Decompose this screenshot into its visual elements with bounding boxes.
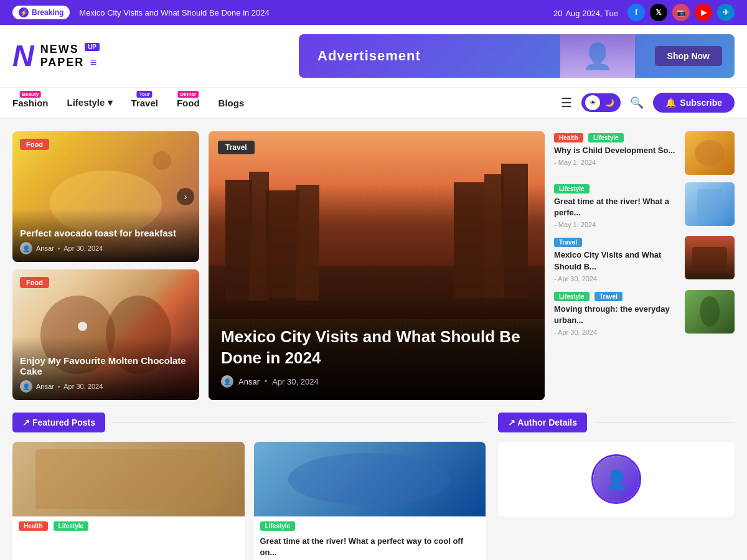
bolt-icon: ⚡ bbox=[19, 7, 29, 17]
featured-header-line bbox=[113, 422, 486, 423]
food-card-2[interactable]: Food Enjoy My Favourite Molten Chocolate… bbox=[12, 269, 199, 400]
shop-now-button[interactable]: Shop Now bbox=[655, 46, 722, 66]
next-arrow-1[interactable]: › bbox=[177, 188, 194, 205]
right-article-4[interactable]: Lifestyle Travel Moving through: the eve… bbox=[554, 290, 735, 336]
date-display: 20 Aug 2024, Tue bbox=[553, 6, 618, 19]
center-title: Mexico City Visits and What Should Be Do… bbox=[221, 327, 532, 369]
nav-item-lifestyle[interactable]: Lifestyle ▾ bbox=[67, 88, 113, 118]
featured-posts-button[interactable]: ↗ Featured Posts bbox=[12, 413, 105, 432]
search-icon[interactable]: 🔍 bbox=[630, 96, 644, 110]
nav-item-food[interactable]: Dinner Food bbox=[177, 88, 200, 118]
article-2-title: Great time at the river! What a perfe... bbox=[554, 196, 679, 218]
food-tag-1: Food bbox=[20, 139, 49, 150]
nav-blogs-label: Blogs bbox=[218, 98, 245, 108]
ad-person-image: 👤 bbox=[560, 34, 635, 78]
logo-paper-line: PAPER ≡ bbox=[40, 56, 100, 69]
lifestyle-tag-2: Lifestyle bbox=[554, 184, 590, 194]
nav-right: ☰ ☀ 🌙 🔍 🔔 Subscribe bbox=[561, 93, 735, 113]
ad-person-visual: 👤 bbox=[560, 34, 635, 78]
featured-header: ↗ Featured Posts bbox=[12, 413, 486, 432]
card-1-author: Ansar bbox=[36, 245, 54, 252]
nav-item-fashion[interactable]: Beauty Fashion bbox=[12, 88, 49, 118]
travel-tag-4: Travel bbox=[594, 292, 622, 301]
author-section: ↗ Author Details 👤 bbox=[498, 413, 735, 560]
featured-grid: Health Lifestyle Lifestyle Great time at… bbox=[12, 442, 486, 560]
article-1-date: - May 1, 2024 bbox=[554, 159, 679, 166]
logo-news-line: NEWS UP bbox=[40, 43, 100, 56]
social-icons: f 𝕏 📷 ▶ ✈ bbox=[627, 4, 735, 21]
nav-item-blogs[interactable]: Blogs bbox=[218, 88, 245, 118]
sun-icon[interactable]: ☀ bbox=[585, 95, 600, 110]
card-2-meta: 👤 Ansar • Apr 30, 2024 bbox=[20, 380, 192, 393]
right-article-1[interactable]: Health Lifestyle Why is Child Developmen… bbox=[554, 131, 735, 175]
center-date: Apr 30, 2024 bbox=[272, 377, 318, 386]
center-meta: 👤 Ansar • Apr 30, 2024 bbox=[221, 375, 532, 388]
hamburger-icon[interactable]: ☰ bbox=[561, 95, 572, 110]
featured-image-1 bbox=[12, 442, 245, 516]
featured-card-1[interactable]: Health Lifestyle bbox=[12, 442, 245, 560]
instagram-icon[interactable]: 📷 bbox=[672, 4, 690, 21]
right-article-3[interactable]: Travel Mexico City Visits and What Shoul… bbox=[554, 236, 735, 282]
card-1-avatar: 👤 bbox=[20, 242, 32, 254]
article-1-tags: Health Lifestyle bbox=[554, 131, 679, 145]
logo-lines-icon: ≡ bbox=[90, 56, 97, 68]
top-bar: ⚡ Breaking Mexico City Visits and What S… bbox=[0, 0, 747, 25]
telegram-icon[interactable]: ✈ bbox=[717, 4, 735, 21]
article-4-date: - Apr 30, 2024 bbox=[554, 329, 679, 336]
article-4-title: Moving through: the everyday urban... bbox=[554, 304, 679, 326]
card-2-date: Apr 30, 2024 bbox=[63, 383, 103, 390]
center-column[interactable]: Travel Mexico City Visits and What Shoul… bbox=[209, 131, 545, 400]
logo-up-badge: UP bbox=[85, 43, 100, 51]
card-2-title: Enjoy My Favourite Molten Chocolate Cake bbox=[20, 355, 192, 376]
subscribe-button[interactable]: 🔔 Subscribe bbox=[653, 93, 735, 113]
youtube-icon[interactable]: ▶ bbox=[695, 4, 712, 21]
subscribe-icon: 🔔 bbox=[665, 98, 676, 108]
logo-text: NEWS UP PAPER ≡ bbox=[40, 43, 100, 69]
nav-fashion-label: Fashion bbox=[12, 98, 49, 108]
main-content: Food › Perfect avocado toast for breakfa… bbox=[0, 119, 747, 413]
featured-card-2[interactable]: Lifestyle Great time at the river! What … bbox=[254, 442, 486, 560]
ad-text: Advertisement bbox=[317, 48, 421, 64]
moon-icon[interactable]: 🌙 bbox=[602, 95, 617, 110]
nav-travel-label: Travel bbox=[131, 98, 158, 108]
food-card-1[interactable]: Food › Perfect avocado toast for breakfa… bbox=[12, 131, 199, 262]
lifestyle-tag: Lifestyle bbox=[588, 133, 624, 142]
author-details-button[interactable]: ↗ Author Details bbox=[498, 413, 587, 432]
theme-toggle[interactable]: ☀ 🌙 bbox=[581, 93, 621, 112]
card-2-avatar: 👤 bbox=[20, 380, 32, 393]
author-header-line bbox=[594, 422, 735, 423]
bottom-sections: ↗ Featured Posts Health Lifestyle bbox=[0, 413, 747, 560]
date-day: 20 bbox=[553, 9, 562, 18]
facebook-icon[interactable]: f bbox=[627, 4, 645, 21]
card-1-title: Perfect avocado toast for breakfast bbox=[20, 228, 192, 238]
top-bar-right: 20 Aug 2024, Tue f 𝕏 📷 ▶ ✈ bbox=[553, 4, 735, 21]
nav-item-travel[interactable]: Tour Travel bbox=[131, 88, 158, 118]
article-3-tags: Travel bbox=[554, 236, 679, 250]
article-3-title: Mexico City Visits and What Should B... bbox=[554, 250, 679, 272]
logo-n-letter: N bbox=[12, 41, 34, 71]
navigation: Beauty Fashion Lifestyle ▾ Tour Travel D… bbox=[0, 88, 747, 119]
author-avatar: 👤 bbox=[591, 454, 641, 504]
right-column: Health Lifestyle Why is Child Developmen… bbox=[554, 131, 735, 400]
featured-section: ↗ Featured Posts Health Lifestyle bbox=[12, 413, 486, 560]
article-3-date: - Apr 30, 2024 bbox=[554, 275, 679, 282]
card-2-overlay: Enjoy My Favourite Molten Chocolate Cake… bbox=[12, 337, 199, 400]
logo-news-word: NEWS bbox=[40, 43, 79, 55]
featured-card-1-tags: Health Lifestyle bbox=[12, 516, 245, 536]
article-4-image bbox=[685, 290, 735, 334]
featured-card-2-title: Great time at the river! What a perfect … bbox=[254, 536, 486, 560]
article-2-date: - May 1, 2024 bbox=[554, 221, 679, 228]
right-article-2[interactable]: Lifestyle Great time at the river! What … bbox=[554, 182, 735, 228]
travel-tag: Travel bbox=[218, 141, 255, 154]
logo[interactable]: N NEWS UP PAPER ≡ bbox=[12, 41, 100, 71]
lifestyle-tag-feat-2: Lifestyle bbox=[260, 521, 296, 531]
article-3-image bbox=[685, 236, 735, 279]
nav-lifestyle-label: Lifestyle ▾ bbox=[67, 97, 113, 108]
featured-card-2-tags: Lifestyle bbox=[254, 516, 486, 536]
health-tag: Health bbox=[554, 133, 583, 142]
twitter-icon[interactable]: 𝕏 bbox=[650, 4, 667, 21]
card-1-overlay: Perfect avocado toast for breakfast 👤 An… bbox=[12, 209, 199, 262]
tour-badge: Tour bbox=[137, 91, 153, 98]
author-header: ↗ Author Details bbox=[498, 413, 735, 432]
featured-image-2 bbox=[254, 442, 486, 516]
